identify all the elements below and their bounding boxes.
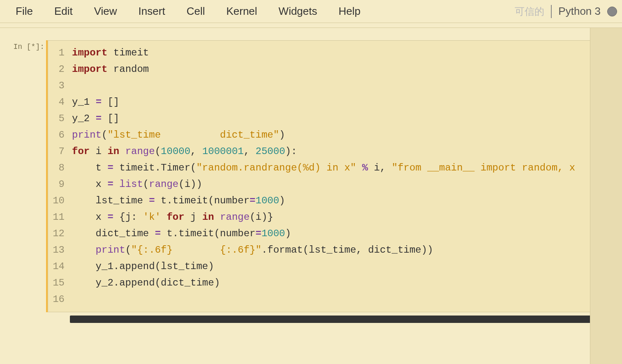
- line-content[interactable]: for i in range(10000, 1000001, 25000):: [72, 143, 297, 160]
- menu-help[interactable]: Help: [328, 2, 371, 21]
- line-content[interactable]: dict_time = t.timeit(number=1000): [72, 226, 291, 242]
- menu-cell[interactable]: Cell: [176, 2, 216, 21]
- menubar-right: 可信的 Python 3: [515, 5, 617, 18]
- line-number: 6: [48, 127, 72, 143]
- line-number: 2: [48, 61, 72, 78]
- line-content[interactable]: y_2 = []: [72, 111, 119, 127]
- line-number: 3: [48, 78, 72, 94]
- menubar: File Edit View Insert Cell Kernel Widget…: [0, 0, 622, 23]
- code-line[interactable]: 13 print("{:.6f} {:.6f}".format(lst_time…: [48, 242, 618, 258]
- code-line[interactable]: 3: [48, 78, 618, 94]
- line-number: 11: [48, 209, 72, 226]
- menu-view[interactable]: View: [83, 2, 128, 21]
- line-content[interactable]: print("lst_time dict_time"): [72, 127, 285, 143]
- code-cell[interactable]: In [*]: 1import timeit2import random3 4y…: [3, 40, 619, 312]
- line-content[interactable]: print("{:.6f} {:.6f}".format(lst_time, d…: [72, 242, 433, 258]
- toolbar-area: [0, 23, 622, 28]
- kernel-busy-indicator[interactable]: [607, 7, 617, 16]
- menu-widgets[interactable]: Widgets: [268, 2, 328, 21]
- cell-prompt: In [*]:: [7, 40, 48, 51]
- vertical-scrollbar-area[interactable]: [590, 28, 622, 364]
- code-line[interactable]: 2import random: [48, 61, 618, 78]
- notebook-area[interactable]: In [*]: 1import timeit2import random3 4y…: [0, 28, 622, 339]
- code-line[interactable]: 14 y_1.append(lst_time): [48, 258, 618, 275]
- code-line[interactable]: 4y_1 = []: [48, 94, 618, 111]
- output-preview: [0, 323, 622, 339]
- line-number: 13: [48, 242, 72, 258]
- line-content[interactable]: y_1.append(lst_time): [72, 258, 214, 275]
- line-number: 1: [48, 45, 72, 61]
- line-number: 10: [48, 193, 72, 209]
- menu-kernel[interactable]: Kernel: [215, 2, 268, 21]
- line-number: 9: [48, 176, 72, 193]
- line-content[interactable]: x = list(range(i)): [72, 176, 202, 193]
- line-number: 15: [48, 275, 72, 291]
- trusted-label: 可信的: [515, 5, 544, 18]
- menu-edit[interactable]: Edit: [44, 2, 83, 21]
- line-content[interactable]: import timeit: [72, 45, 149, 61]
- code-editor[interactable]: 1import timeit2import random3 4y_1 = []5…: [48, 40, 619, 312]
- code-line[interactable]: 15 y_2.append(dict_time): [48, 275, 618, 291]
- code-line[interactable]: 6print("lst_time dict_time"): [48, 127, 618, 143]
- line-number: 4: [48, 94, 72, 111]
- menu-items: File Edit View Insert Cell Kernel Widget…: [5, 2, 371, 21]
- code-line[interactable]: 1import timeit: [48, 45, 618, 61]
- line-number: 12: [48, 226, 72, 242]
- code-line[interactable]: 16: [48, 291, 618, 308]
- code-line[interactable]: 7for i in range(10000, 1000001, 25000):: [48, 143, 618, 160]
- line-content[interactable]: x = {j: 'k' for j in range(i)}: [72, 209, 273, 226]
- code-line[interactable]: 5y_2 = []: [48, 111, 618, 127]
- line-content[interactable]: [72, 291, 78, 308]
- line-number: 16: [48, 291, 72, 308]
- line-content[interactable]: y_2.append(dict_time): [72, 275, 220, 291]
- code-line[interactable]: 10 lst_time = t.timeit(number=1000): [48, 193, 618, 209]
- line-number: 14: [48, 258, 72, 275]
- line-content[interactable]: lst_time = t.timeit(number=1000): [72, 193, 285, 209]
- separator: [551, 5, 552, 18]
- line-content[interactable]: t = timeit.Timer("random.randrange(%d) i…: [72, 160, 575, 176]
- line-number: 5: [48, 111, 72, 127]
- code-line[interactable]: 8 t = timeit.Timer("random.randrange(%d)…: [48, 160, 618, 176]
- horizontal-scrollbar[interactable]: [70, 316, 617, 323]
- code-line[interactable]: 11 x = {j: 'k' for j in range(i)}: [48, 209, 618, 226]
- menu-file[interactable]: File: [5, 2, 44, 21]
- line-content[interactable]: [72, 78, 78, 94]
- line-content[interactable]: import random: [72, 61, 149, 78]
- code-line[interactable]: 12 dict_time = t.timeit(number=1000): [48, 226, 618, 242]
- line-number: 8: [48, 160, 72, 176]
- menu-insert[interactable]: Insert: [128, 2, 176, 21]
- line-content[interactable]: y_1 = []: [72, 94, 119, 111]
- kernel-name[interactable]: Python 3: [558, 5, 601, 18]
- line-number: 7: [48, 143, 72, 160]
- code-line[interactable]: 9 x = list(range(i)): [48, 176, 618, 193]
